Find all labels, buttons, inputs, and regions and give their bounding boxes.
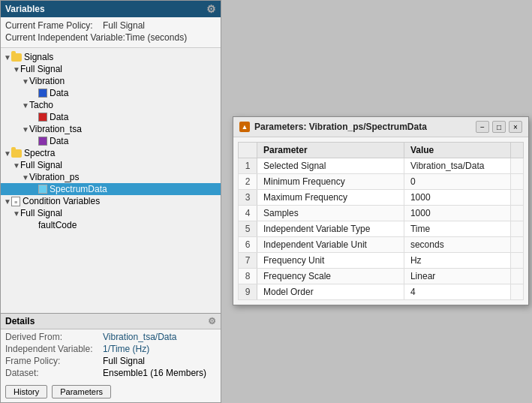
row-value-1: 0 xyxy=(404,174,510,190)
col-header-scroll xyxy=(511,143,524,158)
independent-var-value: Time (seconds) xyxy=(125,32,187,43)
row-value-3: 1000 xyxy=(404,206,510,221)
condition-variables-icon: ≡ xyxy=(11,197,20,206)
dialog-minimize-button[interactable]: − xyxy=(476,121,489,133)
row-scroll-4 xyxy=(511,221,524,237)
row-num-6: 7 xyxy=(239,253,257,269)
row-scroll-0 xyxy=(511,158,524,174)
row-num-3: 4 xyxy=(239,206,257,221)
row-num-5: 6 xyxy=(239,237,257,253)
tree-item-vibration[interactable]: ▼ Vibration xyxy=(1,75,221,87)
row-value-2: 1000 xyxy=(404,190,510,206)
details-section: Details ⚙ Derived From: Vibration_tsa/Da… xyxy=(1,313,221,402)
dialog-title-icon: ▲ xyxy=(239,122,250,132)
row-num-4: 5 xyxy=(239,221,257,237)
frame-policy-label: Current Frame Policy: xyxy=(5,20,103,31)
dialog-title-text: Parameters: Vibration_ps/SpectrumData xyxy=(254,122,471,132)
vibration-tsa-color-box xyxy=(38,137,47,146)
row-num-1: 2 xyxy=(239,174,257,190)
details-row-dataset: Dataset: Ensemble1 (16 Members) xyxy=(5,368,216,378)
tree-label-vibration-tsa: Vibration_tsa xyxy=(29,124,82,134)
table-row: 9 Model Order 4 xyxy=(239,284,524,300)
row-scroll-7 xyxy=(511,269,524,284)
tree-item-spectra[interactable]: ▼ Spectra xyxy=(1,147,221,159)
row-param-5: Independent Variable Unit xyxy=(257,237,404,253)
tree-label-condition-fullsignal: Full Signal xyxy=(20,208,62,218)
tree-item-signals[interactable]: ▼ Signals xyxy=(1,51,221,63)
history-button[interactable]: History xyxy=(5,385,47,398)
dialog-close-button[interactable]: × xyxy=(509,121,522,133)
tree-item-signals-fullsignal[interactable]: ▼ Full Signal xyxy=(1,63,221,75)
panel-settings-icon[interactable]: ⚙ xyxy=(206,3,216,15)
details-value-framepolicy: Full Signal xyxy=(103,356,145,366)
table-row: 4 Samples 1000 xyxy=(239,206,524,221)
tree-item-spectrumdata[interactable]: SpectrumData xyxy=(1,183,221,195)
details-value-dataset: Ensemble1 (16 Members) xyxy=(103,368,206,378)
row-param-4: Independent Variable Type xyxy=(257,221,404,237)
row-value-0: Vibration_tsa/Data xyxy=(404,158,510,174)
tree-item-spectra-fullsignal[interactable]: ▼ Full Signal xyxy=(1,159,221,171)
tree-label-vibration-ps: Vibration_ps xyxy=(29,172,80,182)
tree-label-signals: Signals xyxy=(24,52,53,62)
row-scroll-8 xyxy=(511,284,524,300)
tree-label-tacho-data: Data xyxy=(50,112,68,122)
row-scroll-6 xyxy=(511,253,524,269)
tree-item-tacho[interactable]: ▼ Tacho xyxy=(1,99,221,111)
row-value-7: Linear xyxy=(404,269,510,284)
tree-label-vibration-data: Data xyxy=(50,88,68,98)
tree-item-vibration-ps[interactable]: ▼ Vibration_ps xyxy=(1,171,221,183)
row-scroll-3 xyxy=(511,206,524,221)
tacho-color-box xyxy=(38,113,47,122)
tree-item-faultcode[interactable]: faultCode xyxy=(1,219,221,231)
parameters-button[interactable]: Parameters xyxy=(52,385,111,398)
col-header-value: Value xyxy=(404,143,510,158)
details-value-derived: Vibration_tsa/Data xyxy=(103,332,177,342)
details-buttons: History Parameters xyxy=(1,382,221,402)
row-param-8: Model Order xyxy=(257,284,404,300)
row-num-7: 8 xyxy=(239,269,257,284)
details-content: Derived From: Vibration_tsa/Data Indepen… xyxy=(1,329,221,382)
tree-item-vibration-tsa[interactable]: ▼ Vibration_tsa xyxy=(1,123,221,135)
table-row: 5 Independent Variable Type Time xyxy=(239,221,524,237)
table-row: 1 Selected Signal Vibration_tsa/Data xyxy=(239,158,524,174)
details-label-derived: Derived From: xyxy=(5,332,103,342)
details-label-framepolicy: Frame Policy: xyxy=(5,356,103,366)
tree-item-vibration-tsa-data[interactable]: Data xyxy=(1,135,221,147)
variables-title: Variables xyxy=(5,4,45,14)
row-value-8: 4 xyxy=(404,284,510,300)
table-row: 3 Maximum Frequency 1000 xyxy=(239,190,524,206)
tree-item-tacho-data[interactable]: Data xyxy=(1,111,221,123)
dialog-maximize-button[interactable]: □ xyxy=(492,121,506,133)
row-value-6: Hz xyxy=(404,253,510,269)
details-row-framepolicy: Frame Policy: Full Signal xyxy=(5,356,216,366)
row-value-4: Time xyxy=(404,221,510,237)
table-row: 6 Independent Variable Unit seconds xyxy=(239,237,524,253)
parameters-dialog: ▲ Parameters: Vibration_ps/SpectrumData … xyxy=(233,116,529,305)
row-num-8: 9 xyxy=(239,284,257,300)
details-settings-icon[interactable]: ⚙ xyxy=(208,316,216,326)
details-row-derived: Derived From: Vibration_tsa/Data xyxy=(5,332,216,342)
row-scroll-1 xyxy=(511,174,524,190)
row-param-7: Frequency Scale xyxy=(257,269,404,284)
tree-item-vibration-data[interactable]: Data xyxy=(1,87,221,99)
row-scroll-5 xyxy=(511,237,524,253)
tree-label-signals-fullsignal: Full Signal xyxy=(20,64,62,74)
tree-item-condition-fullsignal[interactable]: ▼ Full Signal xyxy=(1,207,221,219)
row-num-2: 3 xyxy=(239,190,257,206)
tree-label-spectra: Spectra xyxy=(24,148,55,158)
dialog-titlebar: ▲ Parameters: Vibration_ps/SpectrumData … xyxy=(233,117,528,137)
row-value-5: seconds xyxy=(404,237,510,253)
frame-policy-value: Full Signal xyxy=(103,20,145,31)
dialog-controls: − □ × xyxy=(476,121,522,133)
params-table: Parameter Value 1 Selected Signal Vibrat… xyxy=(238,142,524,300)
spectrumdata-color-box xyxy=(38,185,47,194)
details-header[interactable]: Details ⚙ xyxy=(1,314,221,329)
tree-label-vibration: Vibration xyxy=(29,76,65,86)
details-label-dataset: Dataset: xyxy=(5,368,103,378)
variables-panel-header: Variables ⚙ xyxy=(1,1,221,17)
col-header-parameter: Parameter xyxy=(257,143,404,158)
variables-panel: Variables ⚙ Current Frame Policy: Full S… xyxy=(0,0,221,403)
table-row: 2 Minimum Frequency 0 xyxy=(239,174,524,190)
tree-item-condition-variables[interactable]: ▼ ≡ Condition Variables xyxy=(1,195,221,207)
params-table-wrapper: Parameter Value 1 Selected Signal Vibrat… xyxy=(233,137,528,305)
